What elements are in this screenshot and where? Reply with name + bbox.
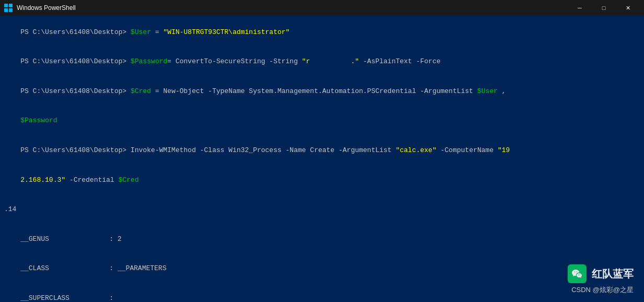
watermark-sub: CSDN @炫彩@之星 (571, 285, 634, 295)
svg-rect-2 (4, 8, 8, 12)
data-superclass: __SUPERCLASS: (4, 284, 640, 302)
command-continuation-1: $Password (4, 107, 640, 136)
window-controls: ─ □ ✕ (568, 0, 640, 16)
watermark: 红队蓝军 (568, 264, 634, 283)
minimize-button[interactable]: ─ (568, 0, 592, 16)
titlebar: Windows PowerShell ─ □ ✕ (0, 0, 644, 16)
window-title: Windows PowerShell (17, 4, 564, 11)
command-line-4: PS C:\Users\61408\Desktop> Invoke-WMIMet… (4, 136, 640, 166)
prompt-2: PS C:\Users\61408\Desktop> (20, 57, 131, 65)
blank-1 (4, 195, 640, 205)
prompt-1: PS C:\Users\61408\Desktop> (20, 28, 131, 36)
command-line-3: PS C:\Users\61408\Desktop> $Cred = New-O… (4, 77, 640, 107)
command-line-2: PS C:\Users\61408\Desktop> $Password= Co… (4, 48, 640, 77)
wechat-icon (568, 264, 586, 283)
svg-rect-3 (9, 8, 13, 12)
svg-rect-1 (9, 4, 13, 7)
prompt-3: PS C:\Users\61408\Desktop> (20, 87, 131, 95)
side-marker-14: .14 (4, 205, 640, 215)
maximize-button[interactable]: □ (592, 0, 616, 16)
close-button[interactable]: ✕ (616, 0, 640, 16)
prompt-4: PS C:\Users\61408\Desktop> (20, 146, 131, 154)
svg-rect-0 (4, 4, 8, 7)
data-genus: __GENUS: 2 (4, 225, 640, 254)
blank-2 (4, 215, 640, 225)
app-icon (4, 4, 13, 12)
watermark-label: 红队蓝军 (592, 267, 634, 281)
command-continuation-2: 2.168.10.3" -Credential $Cred (4, 166, 640, 195)
terminal-area: PS C:\Users\61408\Desktop> $User = "WIN-… (0, 16, 644, 302)
command-line-1: PS C:\Users\61408\Desktop> $User = "WIN-… (4, 18, 640, 48)
data-class: __CLASS: __PARAMETERS (4, 254, 640, 284)
